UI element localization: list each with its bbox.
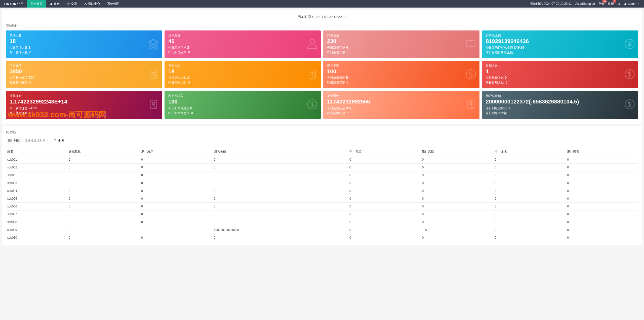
table-cell: 0 <box>67 187 140 195</box>
table-row[interactable]: scb0040000000 <box>6 187 638 195</box>
refresh-button[interactable] <box>617 2 620 5</box>
logo: TIKTOKV9.99 <box>0 2 27 6</box>
dollar-icon <box>465 69 476 81</box>
card-title: 充值人数 <box>168 64 317 68</box>
table-cell: 0 <box>348 163 421 171</box>
table-cell: 0 <box>212 202 348 210</box>
card-value: 1 <box>486 68 634 75</box>
withdraw-link[interactable]: 提现 5 <box>608 2 614 6</box>
svg-text:?: ? <box>311 71 313 77</box>
book-icon <box>465 39 476 50</box>
table-cell: 0 <box>493 163 566 171</box>
table-cell: sc003 <box>6 171 67 179</box>
table-row[interactable]: scb0020000000 <box>6 163 638 171</box>
card-sub2: 昨日新增佣金 0 <box>327 111 476 115</box>
nav-item-1[interactable]: 角色 <box>46 0 63 8</box>
table-cell: 0 <box>420 179 493 187</box>
table-cell: 1 <box>140 226 212 234</box>
clock-row: 当地时间： 2024-07-29 12:29:23 <box>6 13 638 24</box>
stat-card-3: 订单总金额81929139646426今日新增订单总金额 249.93昨日新增订… <box>482 30 638 58</box>
table-row[interactable]: sc0030000000 <box>6 171 638 179</box>
main-nav: 后台首页角色交易帮助中心系统管理 <box>27 0 123 8</box>
table-cell: 0 <box>67 234 140 241</box>
user-menu[interactable]: admin <box>624 2 640 6</box>
card-title: 用户总量 <box>168 33 317 38</box>
table-header: 累计提现 <box>566 147 638 156</box>
table-cell: 0 <box>420 171 493 179</box>
stat-time-input[interactable] <box>22 137 48 144</box>
table-row[interactable]: scb0100000000 <box>6 234 638 241</box>
table-cell: 0 <box>67 163 140 171</box>
table-cell: 0 <box>420 156 493 163</box>
localtime-label: 当地时间: 2024-07-29 12:29:11 <box>530 2 572 6</box>
table-cell: 0 <box>566 218 638 226</box>
recharge-link[interactable]: 充值 96 <box>598 2 604 6</box>
table-cell: 0 <box>212 179 348 187</box>
table-cell: scb006 <box>6 202 67 210</box>
table-row[interactable]: scb00901100000000000000010000 <box>6 226 638 234</box>
table-cell: 0 <box>566 171 638 179</box>
card-title: 用户总余额 <box>486 94 634 98</box>
nav-item-2[interactable]: 交易 <box>63 0 80 8</box>
yen-icon <box>624 39 635 50</box>
card-value: 81929139646426 <box>486 38 634 44</box>
table-cell: scb008 <box>6 218 67 226</box>
agent-title: 代理统计 <box>6 130 638 134</box>
card-title: 用户充值 <box>10 64 158 68</box>
table-row[interactable]: scb0050000000 <box>6 195 638 202</box>
table-cell: 0 <box>420 202 493 210</box>
card-title: 首冲人数 <box>10 33 158 38</box>
table-cell: 0 <box>140 234 212 241</box>
table-cell: 0 <box>348 171 421 179</box>
card-sub1: 今日新增佣金 3.5 <box>327 106 476 111</box>
table-cell: 0 <box>493 226 566 234</box>
table-cell: 0 <box>348 202 421 210</box>
table-row[interactable]: scb0080000000 <box>6 218 638 226</box>
table-cell: 0 <box>140 163 212 171</box>
table-cell: 0 <box>493 202 566 210</box>
table-cell: 0 <box>348 234 421 241</box>
card-title: 提现人数 <box>486 64 634 68</box>
stat-card-7: 提现人数1今日提现人数 0昨日提现人数 0 <box>482 61 638 88</box>
stat-card-4: 用户充值3850今日新增充值 200昨日新增充值 0? <box>6 61 162 88</box>
stat-card-0: 首冲人数18今日首冲人数 1昨日首冲人数 0 <box>6 30 162 58</box>
table-cell: 0 <box>493 179 566 187</box>
stat-card-6: 用户提现100今日新增提现 0昨日新增提现 0 <box>323 61 479 88</box>
table-cell: 0 <box>67 156 140 163</box>
table-cell: scb004 <box>6 187 67 195</box>
table-cell: 100000000000000 <box>212 226 348 234</box>
stat-card-2: 订单总量230今日新增订单 4昨日新增订单 0 <box>323 30 479 58</box>
table-cell: 0 <box>566 195 638 202</box>
user-icon <box>624 2 627 5</box>
table-row[interactable]: scb0030000000 <box>6 179 638 187</box>
card-value: 230 <box>327 38 476 44</box>
table-header: 今日提现 <box>493 147 566 156</box>
note-icon: ? <box>307 69 318 81</box>
card-sub2: 昨日新增利息宝 0 <box>168 111 317 115</box>
table-cell: 0 <box>493 210 566 218</box>
filter-label: 统计时间 <box>6 137 22 144</box>
nav-item-4[interactable]: 系统管理 <box>104 0 123 8</box>
search-button[interactable]: 搜 索 <box>51 137 67 144</box>
top-header: TIKTOKV9.99 后台首页角色交易帮助中心系统管理 当地时间: 2024-… <box>0 0 644 8</box>
card-sub2: 昨日新增提现 0 <box>327 81 476 85</box>
nav-item-0[interactable]: 后台首页 <box>27 0 46 8</box>
table-cell: 0 <box>140 179 212 187</box>
table-cell: 0 <box>566 202 638 210</box>
table-cell: 0 <box>212 163 348 171</box>
table-header: 今日充值 <box>348 147 421 156</box>
table-row[interactable]: scb0070000000 <box>6 210 638 218</box>
table-row[interactable]: scb0010000000 <box>6 156 638 163</box>
table-cell: 0 <box>67 210 140 218</box>
table-row[interactable]: scb0060000000 <box>6 202 638 210</box>
table-cell: 0 <box>420 163 493 171</box>
table-cell: 0 <box>493 187 566 195</box>
card-sub1: 今日新增订单总金额 249.93 <box>486 45 634 50</box>
nav-item-3[interactable]: 帮助中心 <box>80 0 104 8</box>
recharge-badge: 96 <box>602 0 607 3</box>
stat-cards-grid: 首冲人数18今日首冲人数 1昨日首冲人数 0用户总量46今日新增用户 2昨日新增… <box>6 30 638 119</box>
note-icon: ? <box>148 99 159 111</box>
table-cell: 0 <box>566 210 638 218</box>
table-cell: 0 <box>348 179 421 187</box>
nav-icon <box>50 2 53 5</box>
